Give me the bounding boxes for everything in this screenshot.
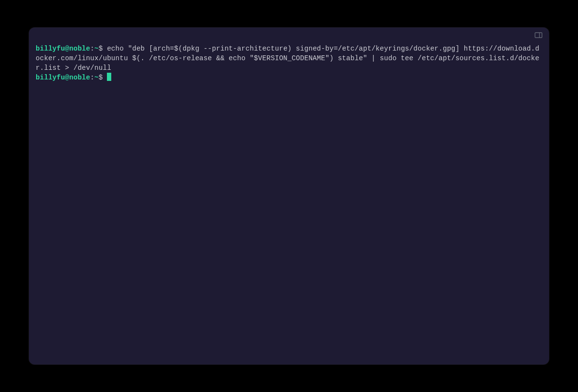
terminal-line-1: billyfu@noble:~$ echo "deb [arch=$(dpkg … xyxy=(36,44,542,73)
command-input[interactable] xyxy=(103,74,111,81)
command-text: echo "deb [arch=$(dpkg --print-architect… xyxy=(36,45,539,72)
terminal-window[interactable]: billyfu@noble:~$ echo "deb [arch=$(dpkg … xyxy=(29,27,549,365)
prompt-path: ~ xyxy=(94,74,99,81)
svg-rect-0 xyxy=(535,33,542,38)
terminal-line-2: billyfu@noble:~$ xyxy=(36,73,542,82)
prompt-user-host: billyfu@noble xyxy=(36,74,90,81)
panel-toggle-icon[interactable] xyxy=(535,32,542,38)
prompt-separator: : xyxy=(90,45,94,52)
prompt-path: ~ xyxy=(94,45,99,52)
terminal-titlebar xyxy=(29,27,549,42)
prompt-separator: : xyxy=(90,74,94,81)
command-content: echo "deb [arch=$(dpkg --print-architect… xyxy=(36,45,539,72)
terminal-content[interactable]: billyfu@noble:~$ echo "deb [arch=$(dpkg … xyxy=(29,42,549,89)
prompt-user-host: billyfu@noble xyxy=(36,45,90,52)
cursor-icon xyxy=(107,73,111,81)
